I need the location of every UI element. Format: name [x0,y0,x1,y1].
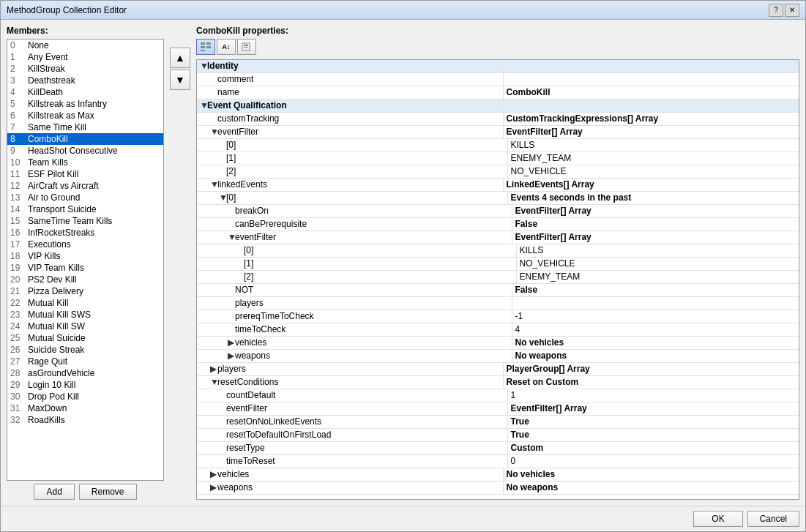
member-item[interactable]: 16InfRocketStreaks [7,227,163,239]
property-row[interactable]: countDefault 1 [197,389,799,402]
help-button[interactable]: ? [769,4,783,17]
property-row[interactable]: resetOnNoLinkedEvents True [197,416,799,429]
member-item[interactable]: 4KillDeath [7,86,163,98]
member-item[interactable]: 28asGroundVehicle [7,367,163,379]
property-row[interactable]: [2] ENEMY_TEAM [197,271,799,284]
property-row[interactable]: [1] NO_VEHICLE [197,258,799,271]
property-value: KILLS [517,244,799,257]
expand-icon[interactable]: ▼ [200,61,207,71]
ok-button[interactable]: OK [693,511,742,527]
move-down-button[interactable]: ▼ [170,70,190,90]
member-item[interactable]: 18VIP Kills [7,250,163,262]
member-item[interactable]: 27Rage Quit [7,356,163,367]
member-item[interactable]: 12AirCraft vs Aircraft [7,180,163,192]
member-item[interactable]: 26Suicide Streak [7,344,163,356]
member-item[interactable]: 24Mutual Kill SW [7,321,163,332]
property-row[interactable]: ▼eventFilter EventFilter[] Array [197,231,799,244]
member-item[interactable]: 20PS2 Dev Kill [7,274,163,285]
property-row[interactable]: ▶vehicles No vehicles [197,337,799,350]
property-row[interactable]: timeToReset 0 [197,455,799,468]
member-item[interactable]: 3Deathstreak [7,75,163,86]
member-item[interactable]: 7Same Time Kill [7,121,163,133]
expand-icon[interactable]: ▶ [228,351,235,361]
member-item[interactable]: 6Killstreak as Max [7,110,163,121]
move-up-button[interactable]: ▲ [170,48,190,68]
property-row[interactable]: ▼[0] Events 4 seconds in the past [197,192,799,205]
property-row[interactable]: prereqTimeToCheck -1 [197,310,799,323]
member-item[interactable]: 30Drop Pod Kill [7,391,163,402]
property-name: ▼eventFilter [197,231,512,244]
add-button[interactable]: Add [34,484,74,500]
expand-icon[interactable]: ▼ [210,179,217,190]
property-row[interactable]: resetType Custom [197,442,799,455]
member-item[interactable]: 13Air to Ground [7,192,163,203]
expand-icon[interactable]: ▼ [210,127,217,137]
member-item[interactable]: 19VIP Team Kills [7,262,163,274]
property-row[interactable]: [0] KILLS [197,244,799,258]
sort-alphabetical-button[interactable]: A↕ [217,39,236,55]
member-item[interactable]: 17Executions [7,239,163,250]
property-row[interactable]: ▶weapons No weapons [197,482,799,495]
expand-icon[interactable]: ▼ [210,377,217,387]
property-row[interactable]: players [197,297,799,310]
expand-icon[interactable]: ▶ [210,469,217,479]
member-num: 24 [10,321,25,331]
expand-icon[interactable]: ▶ [228,337,235,348]
property-name: [1] [197,258,517,270]
member-item[interactable]: 32RoadKills [7,414,163,426]
member-item[interactable]: 31MaxDown [7,402,163,414]
member-item[interactable]: 29Login 10 Kill [7,379,163,391]
member-item[interactable]: 5Killstreak as Infantry [7,98,163,110]
property-row[interactable]: breakOn EventFilter[] Array [197,205,799,218]
expand-icon[interactable]: ▶ [210,364,217,374]
remove-button[interactable]: Remove [79,484,137,500]
properties-panel: ComboKill properties: A↕ ▼Identity [196,26,799,500]
property-row[interactable]: comment [197,73,799,86]
member-item[interactable]: 2KillStreak [7,63,163,75]
property-row[interactable]: customTracking CustomTrackingExpressions… [197,113,799,126]
member-item[interactable]: 22Mutual Kill [7,297,163,309]
property-row[interactable]: eventFilter EventFilter[] Array [197,402,799,416]
property-row[interactable]: ▶players PlayerGroup[] Array [197,363,799,376]
expand-icon[interactable]: ▼ [228,232,235,242]
property-row[interactable]: [2] NO_VEHICLE [197,165,799,179]
property-row[interactable]: ▼eventFilter EventFilter[] Array [197,126,799,139]
member-item[interactable]: 10Team Kills [7,157,163,168]
member-item[interactable]: 14Transport Suicide [7,203,163,215]
sort-categorized-button[interactable] [196,39,215,55]
property-row[interactable]: [1] ENEMY_TEAM [197,152,799,165]
property-row[interactable]: NOT False [197,284,799,297]
property-row[interactable]: name ComboKill [197,86,799,100]
svg-rect-4 [201,50,205,51]
property-row[interactable]: ▼linkedEvents LinkedEvents[] Array [197,179,799,192]
property-row[interactable]: timeToCheck 4 [197,323,799,337]
property-row[interactable]: ▶weapons No weapons [197,350,799,363]
member-item[interactable]: 25Mutual Suicide [7,332,163,344]
member-item[interactable]: 15SameTime Team Kills [7,215,163,227]
cancel-button[interactable]: Cancel [747,511,799,527]
property-row[interactable]: resetToDefaultOnFirstLoad True [197,429,799,442]
member-item[interactable]: 1Any Event [7,51,163,63]
member-item[interactable]: 9HeadShot Consecutive [7,145,163,157]
member-name: AirCraft vs Aircraft [28,181,99,191]
property-value: False [512,284,799,296]
property-row[interactable]: ▶vehicles No vehicles [197,468,799,482]
property-row[interactable]: canBePrerequisite False [197,218,799,231]
member-num: 5 [10,99,25,109]
property-row[interactable]: ▼resetConditions Reset on Custom [197,376,799,389]
properties-pages-button[interactable] [237,39,256,55]
expand-icon[interactable]: ▶ [210,482,217,492]
property-row[interactable]: [0] KILLS [197,139,799,152]
member-item[interactable]: 8ComboKill [7,133,163,145]
member-num: 22 [10,298,25,308]
close-button[interactable]: ✕ [785,4,799,17]
expand-icon[interactable]: ▼ [219,192,226,203]
expand-icon[interactable]: ▼ [200,100,207,110]
member-item[interactable]: 21Pizza Delivery [7,285,163,297]
property-name: comment [197,73,504,86]
member-item[interactable]: 0None [7,40,163,51]
property-value: EventFilter[] Array [512,231,799,244]
members-list[interactable]: 0None1Any Event2KillStreak3Deathstreak4K… [7,39,164,481]
member-item[interactable]: 23Mutual Kill SWS [7,309,163,321]
member-item[interactable]: 11ESF Pilot Kill [7,168,163,180]
